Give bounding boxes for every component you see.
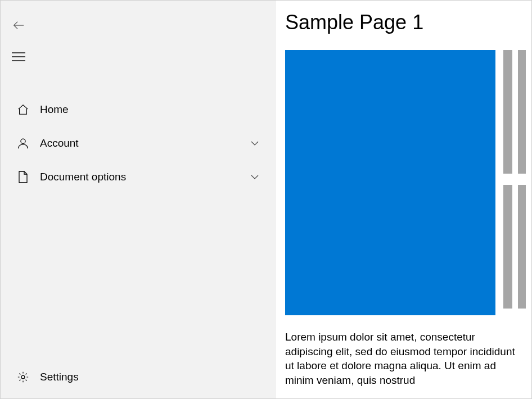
person-icon [16, 137, 30, 150]
thumbnail-bar [503, 185, 512, 309]
thumbnail-bar [503, 50, 512, 174]
thumbnail-item[interactable] [503, 185, 526, 309]
gear-icon [16, 370, 30, 384]
sidebar-item-home[interactable]: Home [1, 93, 276, 126]
svg-point-4 [21, 139, 25, 143]
sidebar-item-label: Home [40, 103, 260, 116]
sidebar: Home Account [1, 1, 276, 398]
thumbnail-bar [518, 185, 526, 309]
hero-image [285, 50, 495, 315]
thumbnail-bar [518, 50, 526, 174]
body-text: Lorem ipsum dolor sit amet, consectetur … [285, 330, 521, 388]
svg-point-5 [21, 375, 25, 379]
sidebar-item-document-options[interactable]: Document options [1, 160, 276, 194]
sidebar-item-settings[interactable]: Settings [1, 360, 276, 394]
chevron-down-icon [249, 171, 260, 183]
back-arrow-icon [12, 19, 25, 31]
main-content: Sample Page 1 Lorem ipsum dolor sit amet… [276, 1, 531, 398]
home-icon [16, 103, 30, 116]
nav-list: Home Account [1, 93, 276, 194]
sidebar-item-account[interactable]: Account [1, 126, 276, 160]
back-button[interactable] [5, 12, 32, 39]
menu-toggle-button[interactable] [5, 43, 32, 70]
page-title: Sample Page 1 [285, 11, 531, 34]
sidebar-item-label: Document options [40, 171, 249, 183]
hamburger-icon [12, 52, 25, 62]
thumbnail-item[interactable] [503, 50, 526, 174]
sidebar-item-label: Account [40, 137, 249, 149]
thumbnail-column [503, 50, 526, 388]
sidebar-item-label: Settings [40, 371, 260, 383]
chevron-down-icon [249, 138, 260, 149]
document-icon [16, 170, 30, 184]
